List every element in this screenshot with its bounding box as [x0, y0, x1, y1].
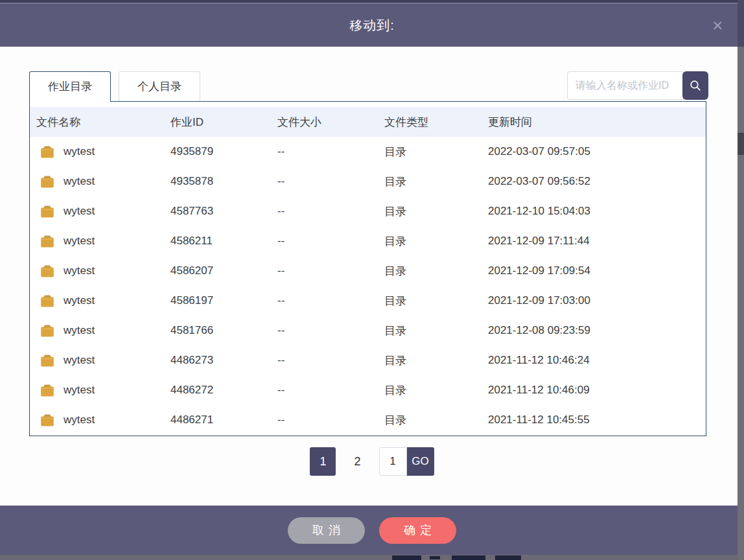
cancel-button[interactable]: 取消	[288, 517, 365, 544]
search-input[interactable]	[567, 71, 684, 100]
table-row[interactable]: wytest 4486271 -- 目录 2021-11-12 10:45:55	[30, 405, 706, 435]
file-size: --	[277, 235, 384, 248]
page-jump-input[interactable]	[379, 447, 407, 476]
table-row[interactable]: wytest 4935878 -- 目录 2022-03-07 09:56:52	[30, 167, 706, 196]
file-size: --	[277, 294, 384, 307]
close-icon[interactable]: ✕	[709, 16, 726, 35]
folder-icon	[39, 353, 56, 368]
updated-time: 2021-11-12 10:45:55	[488, 414, 706, 426]
file-name: wytest	[64, 235, 95, 248]
file-type: 目录	[384, 145, 488, 159]
background-content	[392, 555, 421, 560]
table-row[interactable]: wytest 4581766 -- 目录 2021-12-08 09:23:59	[30, 316, 706, 345]
file-type: 目录	[384, 383, 488, 398]
dialog-body: 作业目录 个人目录 文件名称 作业ID 文件大小 文件类型 更新时间	[0, 47, 744, 506]
file-size: --	[277, 175, 384, 188]
page-button-2[interactable]: 2	[354, 455, 360, 469]
file-size: --	[277, 354, 384, 367]
job-id: 4586207	[170, 264, 277, 277]
table-row[interactable]: wytest 4486273 -- 目录 2021-11-12 10:46:24	[30, 345, 706, 375]
updated-time: 2021-11-12 10:46:09	[488, 384, 706, 397]
folder-icon	[39, 233, 56, 249]
job-id: 4486271	[170, 414, 277, 426]
updated-time: 2021-12-08 09:23:59	[488, 324, 706, 337]
file-name: wytest	[64, 264, 95, 277]
table-row[interactable]: wytest 4586211 -- 目录 2021-12-09 17:11:44	[30, 226, 706, 256]
confirm-button[interactable]: 确定	[379, 517, 456, 544]
file-type: 目录	[384, 264, 488, 279]
folder-icon	[39, 382, 56, 398]
file-size: --	[277, 384, 384, 397]
column-header-file-size: 文件大小	[277, 115, 384, 130]
file-name: wytest	[64, 205, 95, 218]
file-type: 目录	[384, 234, 488, 249]
updated-time: 2021-12-09 17:11:44	[488, 235, 706, 248]
updated-time: 2022-03-07 09:57:05	[488, 145, 706, 158]
pagination: 1 2 GO	[0, 447, 744, 476]
column-header-updated-time: 更新时间	[488, 115, 706, 130]
folder-icon	[39, 204, 56, 219]
table-row[interactable]: wytest 4586207 -- 目录 2021-12-09 17:09:54	[30, 256, 706, 286]
job-id: 4586197	[170, 294, 277, 307]
search-icon	[689, 79, 702, 92]
folder-icon	[39, 144, 56, 159]
job-id: 4486272	[170, 384, 277, 397]
page-bottom-edge	[0, 555, 744, 560]
file-name: wytest	[64, 384, 95, 397]
file-type: 目录	[384, 353, 488, 368]
column-header-file-name: 文件名称	[30, 115, 170, 130]
folder-icon	[39, 412, 56, 428]
tab-personal-directory[interactable]: 个人目录	[119, 71, 200, 101]
job-id: 4935879	[170, 145, 277, 158]
page-top-edge	[0, 0, 744, 4]
background-content	[452, 555, 485, 560]
file-type: 目录	[384, 174, 488, 189]
file-name: wytest	[64, 414, 95, 426]
search-bar	[567, 71, 708, 100]
page-button-1[interactable]: 1	[310, 447, 336, 476]
updated-time: 2021-12-10 15:04:03	[488, 205, 706, 218]
folder-icon	[39, 174, 56, 189]
table-header-row: 文件名称 作业ID 文件大小 文件类型 更新时间	[30, 107, 706, 137]
table-row[interactable]: wytest 4586197 -- 目录 2021-12-09 17:03:00	[30, 286, 706, 316]
column-header-file-type: 文件类型	[384, 115, 488, 130]
table-row[interactable]: wytest 4486272 -- 目录 2021-11-12 10:46:09	[30, 375, 706, 405]
file-name: wytest	[64, 175, 95, 188]
updated-time: 2021-12-09 17:09:54	[488, 264, 706, 277]
dialog-footer: 取消 确定	[0, 506, 744, 555]
search-button[interactable]	[682, 71, 708, 100]
table-row[interactable]: wytest 4935879 -- 目录 2022-03-07 09:57:05	[30, 137, 706, 167]
column-header-job-id: 作业ID	[170, 115, 277, 130]
file-size: --	[277, 324, 384, 337]
updated-time: 2021-12-09 17:03:00	[488, 294, 706, 307]
background-content	[495, 555, 521, 560]
file-name: wytest	[64, 324, 95, 337]
file-table-panel: 文件名称 作业ID 文件大小 文件类型 更新时间 wytest 4935879 …	[29, 101, 706, 436]
dialog-header: 移动到: ✕	[0, 4, 744, 47]
table-body: wytest 4935879 -- 目录 2022-03-07 09:57:05…	[30, 137, 706, 435]
file-type: 目录	[384, 323, 488, 338]
file-size: --	[277, 264, 384, 277]
background-content	[430, 556, 440, 559]
file-size: --	[277, 414, 384, 426]
folder-icon	[39, 323, 56, 338]
dialog-title: 移动到:	[349, 17, 395, 34]
updated-time: 2022-03-07 09:56:52	[488, 175, 706, 188]
page-right-edge	[738, 0, 744, 560]
file-name: wytest	[64, 145, 95, 158]
tab-job-directory[interactable]: 作业目录	[29, 71, 111, 102]
job-id: 4486273	[170, 354, 277, 367]
file-size: --	[277, 145, 384, 158]
folder-icon	[39, 263, 56, 279]
page-right-edge-header	[738, 0, 744, 47]
page-go-button[interactable]: GO	[407, 447, 434, 476]
tab-bar: 作业目录 个人目录	[29, 71, 200, 102]
file-type: 目录	[384, 294, 488, 309]
job-id: 4935878	[170, 175, 277, 188]
file-type: 目录	[384, 204, 488, 219]
table-row[interactable]: wytest 4587763 -- 目录 2021-12-10 15:04:03	[30, 196, 706, 226]
file-size: --	[277, 205, 384, 218]
file-type: 目录	[384, 413, 488, 428]
updated-time: 2021-11-12 10:46:24	[488, 354, 706, 367]
file-name: wytest	[64, 294, 95, 307]
